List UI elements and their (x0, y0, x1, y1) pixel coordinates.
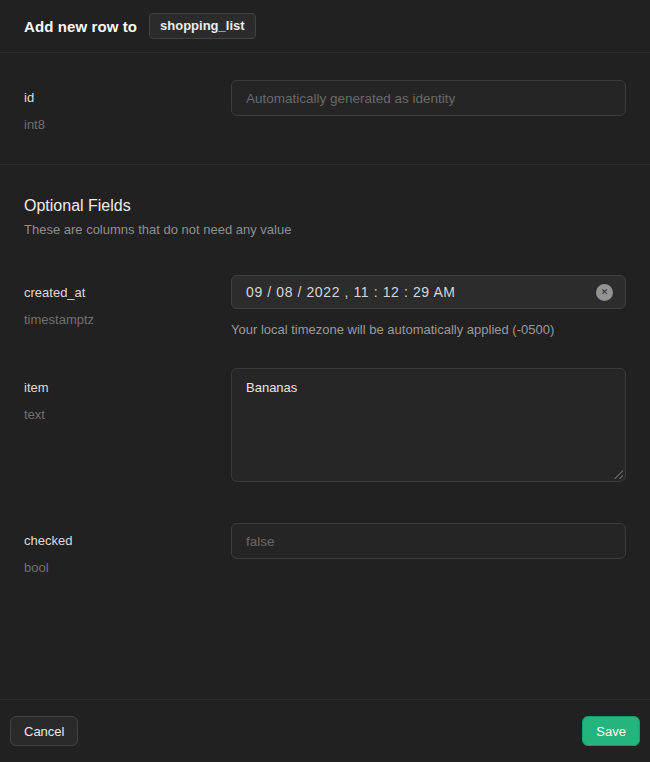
optional-fields-heading: Optional Fields (24, 197, 626, 215)
panel-footer: Cancel Save (0, 699, 650, 762)
field-label-checked: checked bool (24, 523, 231, 576)
field-name: id (24, 89, 231, 106)
field-label-id: id int8 (24, 80, 231, 133)
field-row-checked: checked bool (24, 523, 626, 576)
field-control-created-at: 09 / 08 / 2022 , 11 : 12 : 29 AM ✕ Your … (231, 275, 626, 337)
field-name: created_at (24, 284, 231, 301)
field-type: timestamptz (24, 311, 231, 328)
field-type: int8 (24, 116, 231, 133)
datetime-value: 09 / 08 / 2022 , 11 : 12 : 29 AM (246, 284, 596, 300)
field-name: item (24, 379, 231, 396)
optional-fields-section: Optional Fields These are columns that d… (0, 165, 650, 699)
panel-title: Add new row to (24, 18, 137, 35)
field-type: bool (24, 559, 231, 576)
item-textarea-wrap: Bananas (231, 368, 626, 482)
field-row-id: id int8 (24, 80, 626, 133)
add-row-panel: Add new row to shopping_list id int8 Opt… (0, 0, 650, 762)
panel-header: Add new row to shopping_list (0, 0, 650, 53)
field-control-id (231, 80, 626, 116)
item-textarea[interactable]: Bananas (231, 368, 626, 482)
field-row-item: item text Bananas (24, 368, 626, 482)
timezone-helper-text: Your local timezone will be automaticall… (231, 322, 626, 337)
field-row-created-at: created_at timestamptz 09 / 08 / 2022 , … (24, 275, 626, 337)
table-name-badge: shopping_list (149, 13, 256, 39)
checked-input[interactable] (231, 523, 626, 559)
field-name: checked (24, 532, 231, 549)
required-fields-section: id int8 (0, 53, 650, 165)
save-button[interactable]: Save (582, 716, 640, 746)
field-label-item: item text (24, 368, 231, 423)
clear-datetime-icon[interactable]: ✕ (596, 284, 613, 301)
field-label-created-at: created_at timestamptz (24, 275, 231, 328)
id-input[interactable] (231, 80, 626, 116)
created-at-datetime-input[interactable]: 09 / 08 / 2022 , 11 : 12 : 29 AM ✕ (231, 275, 626, 309)
field-type: text (24, 406, 231, 423)
field-control-checked (231, 523, 626, 559)
optional-fields-subheading: These are columns that do not need any v… (24, 222, 626, 237)
cancel-button[interactable]: Cancel (10, 716, 78, 746)
field-control-item: Bananas (231, 368, 626, 482)
